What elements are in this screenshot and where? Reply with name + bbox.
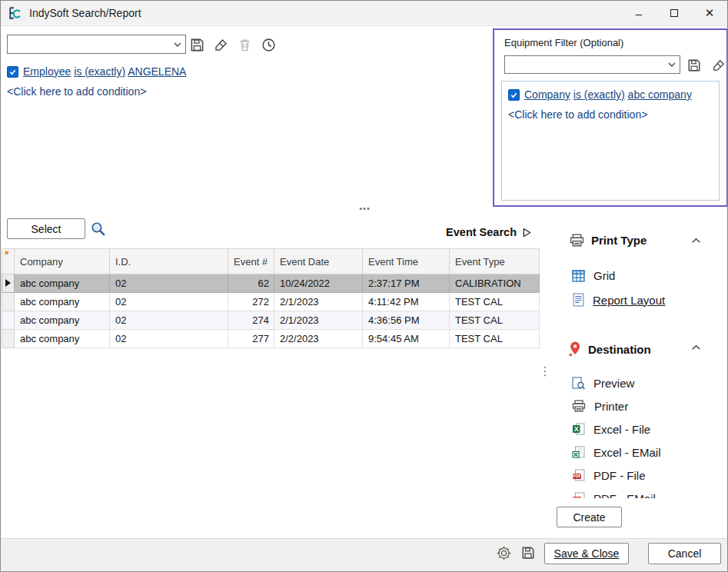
cell-id[interactable]: 02 (110, 311, 228, 330)
cell-event-type[interactable]: TEST CAL (450, 293, 540, 311)
column-header-event-num[interactable]: Event # (228, 249, 274, 274)
history-clock-button[interactable] (261, 37, 276, 52)
destination-option-preview[interactable]: Preview (572, 375, 724, 391)
print-type-option-grid[interactable]: Grid (572, 269, 615, 282)
cell-event-time[interactable]: 2:37:17 PM (363, 274, 450, 293)
preview-icon (572, 377, 585, 390)
clear-filter-eraser-button[interactable] (213, 37, 228, 52)
report-layout-icon (573, 293, 584, 307)
app-icon (8, 6, 22, 20)
add-condition-link[interactable]: <Click here to add condition> (508, 108, 647, 121)
cell-event-num[interactable]: 272 (228, 293, 274, 311)
cell-event-num[interactable]: 274 (228, 311, 274, 330)
minimize-button[interactable]: – (621, 1, 657, 26)
condition-value-link[interactable]: abc company (628, 88, 692, 101)
condition-operator-link[interactable]: is (exactly) (74, 65, 125, 78)
window-title: IndySoft Search/Report (29, 7, 141, 19)
destination-option-pdf-file[interactable]: PDF PDF - File (572, 467, 724, 483)
horizontal-splitter-handle[interactable]: ••• (1, 204, 728, 213)
table-row[interactable]: abc company 02 274 2/1/2023 4:36:56 PM T… (2, 311, 540, 330)
cell-company[interactable]: abc company (15, 330, 110, 348)
report-filter-combo-input[interactable] (8, 35, 170, 53)
delete-filter-trash-icon[interactable] (237, 37, 252, 52)
cell-id[interactable]: 02 (110, 330, 228, 348)
cell-event-type[interactable]: TEST CAL (450, 330, 540, 348)
column-header-id[interactable]: I.D. (110, 249, 228, 274)
cell-event-num[interactable]: 277 (228, 330, 274, 348)
cell-id[interactable]: 02 (110, 293, 228, 311)
cell-event-time[interactable]: 4:36:56 PM (363, 311, 450, 330)
cell-company[interactable]: abc company (15, 274, 110, 293)
destination-option-label: Printer (594, 400, 628, 413)
equipment-filter-combo-input[interactable] (505, 56, 664, 73)
table-row[interactable]: abc company 02 277 2/2/2023 9:54:45 AM T… (2, 330, 540, 348)
column-header-event-time[interactable]: Event Time (363, 249, 450, 274)
cell-event-time[interactable]: 4:11:42 PM (363, 293, 450, 311)
save-settings-icon[interactable] (520, 545, 536, 560)
vertical-splitter-handle[interactable]: ⋮ (539, 365, 551, 377)
maximize-icon (670, 9, 678, 17)
destination-option-pdf-email[interactable]: PDF PDF - EMail (572, 491, 724, 498)
location-pin-icon (568, 341, 581, 357)
asterisk-icon: * (5, 248, 8, 261)
chevron-down-icon[interactable] (664, 56, 680, 73)
cell-event-type[interactable]: TEST CAL (450, 311, 540, 330)
condition-checkbox[interactable] (508, 89, 520, 101)
cell-event-time[interactable]: 9:54:45 AM (363, 330, 450, 348)
destination-option-label: Excel - File (593, 423, 650, 436)
condition-operator-link[interactable]: is (exactly) (573, 88, 625, 101)
destination-option-excel-email[interactable]: Excel - EMail (572, 444, 724, 460)
cancel-button[interactable]: Cancel (648, 543, 721, 564)
collapse-chevron-icon[interactable] (691, 238, 701, 244)
cell-event-date[interactable]: 2/1/2023 (274, 293, 363, 311)
report-filter-condition: Employee is (exactly) ANGELENA (7, 65, 186, 78)
event-search-label: Event Search (446, 226, 517, 238)
print-type-title: Print Type (591, 234, 647, 247)
play-icon[interactable] (523, 228, 531, 238)
results-grid: * Company I.D. Event # Event Date Event … (2, 248, 540, 348)
excel-file-icon: X (572, 423, 585, 435)
select-button[interactable]: Select (7, 218, 85, 239)
collapse-chevron-icon[interactable] (691, 344, 701, 351)
grid-icon (572, 270, 585, 282)
destination-header[interactable]: Destination (568, 341, 651, 357)
destination-option-printer[interactable]: Printer (572, 398, 724, 414)
condition-value-link[interactable]: ANGELENA (128, 65, 186, 78)
column-header-event-date[interactable]: Event Date (274, 249, 363, 274)
clear-equipment-filter-eraser-button[interactable] (711, 58, 726, 73)
maximize-button[interactable] (657, 1, 692, 26)
cell-company[interactable]: abc company (15, 311, 110, 330)
print-type-header[interactable]: Print Type (570, 234, 647, 247)
save-equipment-filter-button[interactable] (686, 58, 702, 73)
print-type-option-label: Grid (593, 269, 615, 282)
close-button[interactable]: ✕ (692, 1, 727, 26)
event-search-header[interactable]: Event Search (324, 226, 531, 238)
table-row[interactable]: abc company 02 62 10/24/2022 2:37:17 PM … (2, 274, 540, 293)
window-controls: – ✕ (621, 1, 727, 26)
column-header-company[interactable]: Company (15, 249, 110, 274)
print-type-option-report-layout[interactable]: Report Layout (573, 293, 665, 307)
create-button[interactable]: Create (557, 507, 622, 527)
equipment-filter-combo[interactable] (504, 55, 680, 74)
cell-event-date[interactable]: 2/1/2023 (274, 311, 363, 330)
condition-checkbox[interactable] (7, 66, 18, 78)
gear-icon[interactable] (496, 545, 511, 560)
cell-event-date[interactable]: 2/2/2023 (274, 330, 363, 348)
save-close-button[interactable]: Save & Close (544, 543, 629, 564)
column-header-event-type[interactable]: Event Type (450, 249, 540, 274)
chevron-down-icon[interactable] (170, 35, 185, 53)
condition-field-link[interactable]: Company (524, 88, 570, 101)
condition-field-link[interactable]: Employee (23, 65, 71, 78)
add-condition-link[interactable]: <Click here to add condition> (7, 85, 146, 98)
cell-event-type[interactable]: CALIBRATION (450, 274, 540, 293)
save-filter-button[interactable] (189, 37, 204, 52)
table-row[interactable]: abc company 02 272 2/1/2023 4:11:42 PM T… (2, 293, 540, 311)
report-filter-combo[interactable] (7, 35, 186, 54)
cell-company[interactable]: abc company (15, 293, 110, 311)
search-icon[interactable] (89, 220, 106, 237)
destination-option-excel-file[interactable]: X Excel - File (572, 421, 724, 437)
cell-id[interactable]: 02 (110, 274, 228, 293)
row-indicator-cell (2, 274, 15, 293)
cell-event-date[interactable]: 10/24/2022 (274, 274, 363, 293)
cell-event-num[interactable]: 62 (228, 274, 274, 293)
